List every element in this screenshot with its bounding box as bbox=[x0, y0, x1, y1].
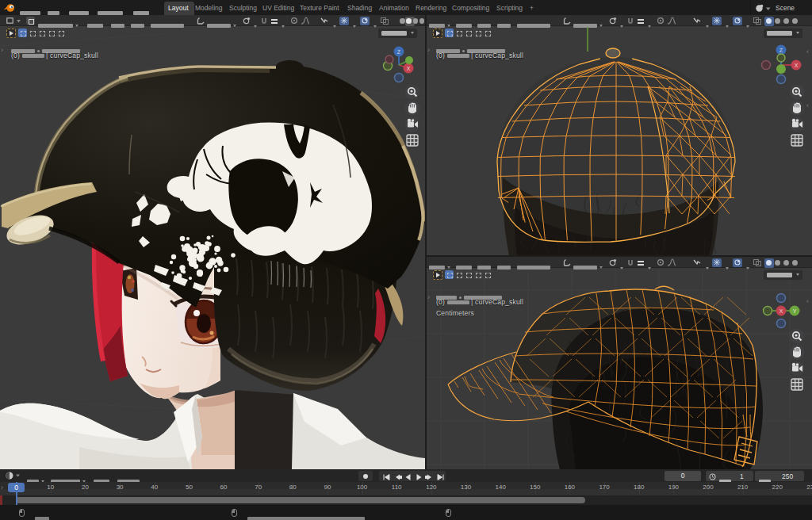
svg-text:Y: Y bbox=[793, 308, 797, 314]
svg-text:X: X bbox=[779, 308, 783, 314]
svg-text:Z: Z bbox=[397, 49, 401, 55]
svg-text:X: X bbox=[407, 66, 411, 71]
svg-text:Z: Z bbox=[779, 48, 783, 53]
svg-text:X: X bbox=[795, 63, 799, 68]
